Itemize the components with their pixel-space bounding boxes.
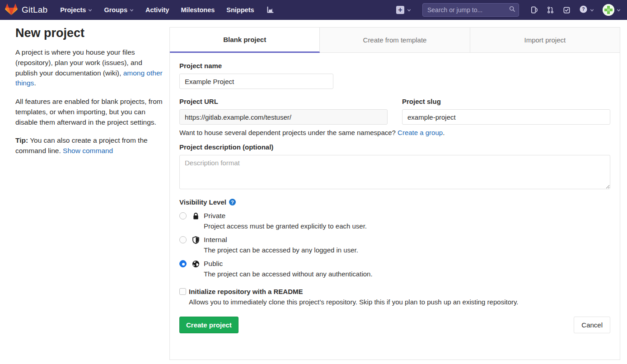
blank-project-form: Project name Project URL Project slug Wa… (170, 53, 620, 341)
tab-blank-project[interactable]: Blank project (170, 28, 320, 53)
show-command-link[interactable]: Show command (63, 147, 113, 154)
page-title: New project (15, 26, 165, 40)
visibility-level-label: Visibility Level ? (179, 198, 610, 206)
project-description-label: Project description (optional) (179, 143, 610, 151)
new-project-page: GitLab Projects Groups Activity Mileston… (0, 0, 627, 364)
project-name-input[interactable] (179, 74, 333, 89)
todos-icon[interactable] (563, 6, 571, 14)
new-menu-dropdown[interactable]: + (396, 6, 411, 14)
chevron-down-icon (88, 8, 92, 12)
nav-item-groups[interactable]: Groups (104, 6, 134, 14)
brand-title: GitLab (22, 5, 47, 15)
global-search[interactable] (422, 3, 519, 17)
create-project-button[interactable]: Create project (179, 317, 239, 333)
page-intro-column: New project A project is where you house… (15, 26, 165, 164)
help-icon: ? (579, 5, 588, 15)
search-icon (509, 6, 515, 14)
project-slug-field: Project slug (402, 98, 610, 125)
readme-option: Initialize repository with a README Allo… (179, 288, 610, 306)
user-menu-dropdown[interactable] (603, 4, 621, 16)
globe-icon (192, 260, 200, 268)
cancel-button[interactable]: Cancel (574, 317, 610, 333)
visibility-option-internal: Internal The project can be accessed by … (179, 236, 610, 254)
plus-icon: + (396, 6, 404, 14)
public-label: Public (204, 260, 223, 268)
tip-paragraph: Tip: You can also create a project from … (15, 135, 165, 156)
help-dropdown[interactable]: ? (579, 5, 594, 15)
tip-label: Tip: (15, 136, 28, 144)
project-url-input[interactable] (179, 109, 388, 125)
private-radio[interactable] (179, 212, 187, 219)
project-url-label: Project URL (179, 98, 388, 105)
gitlab-tanuki-logo-icon (5, 3, 18, 18)
shield-icon (192, 236, 200, 244)
internal-radio[interactable] (179, 236, 187, 243)
readme-checkbox[interactable] (179, 288, 186, 295)
chevron-down-icon (130, 8, 134, 12)
tab-create-from-template[interactable]: Create from template (320, 28, 470, 53)
visibility-option-private: Private Project access must be granted e… (179, 212, 610, 230)
svg-text:?: ? (582, 7, 585, 12)
public-radio[interactable] (179, 260, 187, 267)
search-input[interactable] (427, 6, 509, 14)
nav-item-snippets[interactable]: Snippets (226, 6, 254, 14)
merge-requests-icon[interactable] (547, 6, 554, 14)
project-url-field: Project URL (179, 98, 388, 125)
readme-label: Initialize repository with a README (189, 288, 303, 295)
chevron-down-icon (617, 8, 621, 12)
project-name-label: Project name (179, 62, 610, 70)
user-avatar (603, 4, 614, 16)
chevron-down-icon (407, 8, 411, 12)
project-slug-input[interactable] (402, 109, 610, 125)
nav-item-milestones[interactable]: Milestones (181, 6, 215, 14)
gitlab-home-link[interactable]: GitLab (5, 3, 47, 18)
instance-statistics-icon[interactable] (266, 6, 274, 14)
lock-icon (192, 212, 200, 220)
top-navbar: GitLab Projects Groups Activity Mileston… (0, 0, 627, 20)
chevron-down-icon (590, 8, 594, 12)
project-slug-label: Project slug (402, 98, 610, 105)
private-label: Private (204, 212, 225, 220)
primary-nav: Projects Groups Activity Milestones Snip… (60, 6, 274, 14)
readme-description: Allows you to immediately clone this pro… (189, 298, 610, 306)
tab-import-project[interactable]: Import project (470, 28, 620, 53)
internal-description: The project can be accessed by any logge… (204, 246, 610, 254)
nav-item-projects[interactable]: Projects (60, 6, 92, 14)
project-type-tabs: Blank project Create from template Impor… (170, 28, 620, 53)
navbar-right-controls: + (396, 3, 621, 17)
issues-icon[interactable] (530, 6, 538, 14)
features-paragraph: All features are enabled for blank proje… (15, 97, 165, 127)
intro-paragraph: A project is where you house your files … (15, 47, 165, 89)
project-description-textarea[interactable] (179, 155, 610, 189)
create-group-link[interactable]: Create a group (398, 129, 443, 136)
public-description: The project can be accessed without any … (204, 270, 610, 278)
internal-label: Internal (204, 236, 227, 244)
form-actions: Create project Cancel (179, 317, 610, 333)
visibility-help-icon[interactable]: ? (229, 199, 236, 205)
namespace-hint: Want to house several dependent projects… (179, 129, 610, 136)
nav-item-activity[interactable]: Activity (145, 6, 169, 14)
visibility-option-public: Public The project can be accessed witho… (179, 260, 610, 278)
private-description: Project access must be granted explicitl… (204, 222, 610, 230)
new-project-panel: Blank project Create from template Impor… (169, 27, 620, 360)
